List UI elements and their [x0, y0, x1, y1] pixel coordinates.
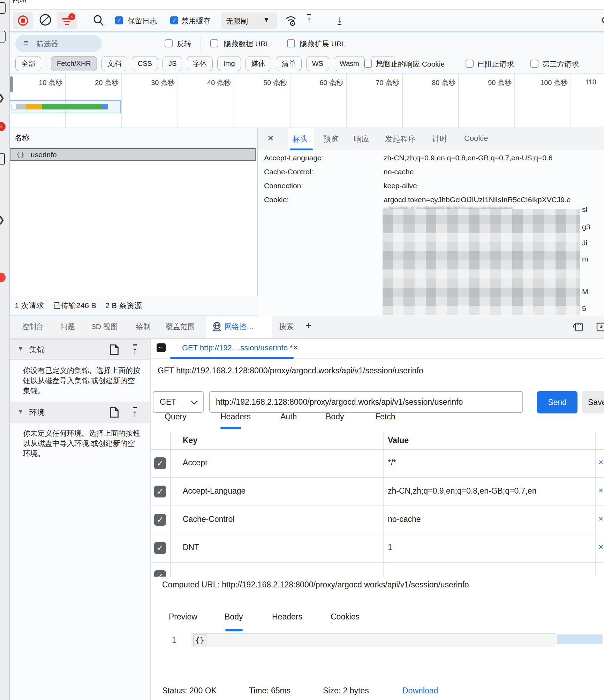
close-details-icon[interactable]: ×: [267, 132, 274, 144]
rail-chevron-icon[interactable]: ❯: [0, 215, 5, 225]
kv-value[interactable]: */*: [388, 458, 583, 467]
preserve-log-checkbox[interactable]: [115, 16, 123, 24]
kv-row-checkbox[interactable]: [154, 514, 166, 526]
invert-checkbox[interactable]: [165, 39, 173, 47]
settings-gear-icon[interactable]: ⚙: [601, 14, 604, 26]
chip-css[interactable]: CSS: [132, 56, 158, 71]
dock-side-icon[interactable]: [595, 320, 604, 334]
filter-input[interactable]: ≡ 筛选器: [15, 35, 102, 52]
invert-label[interactable]: 反转: [177, 39, 191, 49]
tab-timing[interactable]: 计时: [432, 134, 447, 144]
tab-headers[interactable]: 标头: [288, 128, 314, 150]
kv-row-checkbox[interactable]: [154, 486, 166, 497]
chip-wasm[interactable]: Wasm: [334, 56, 365, 71]
collapse-caret-icon[interactable]: ▼: [17, 408, 24, 415]
filter-button[interactable]: ×: [57, 12, 77, 29]
req-tab-body[interactable]: Body: [326, 412, 344, 421]
kv-key[interactable]: Cache-Control: [183, 515, 234, 524]
collections-section-header[interactable]: ▼ 集锦 ↑: [10, 339, 150, 360]
rail-icon-square[interactable]: [0, 31, 6, 43]
kv-key[interactable]: Accept-Language: [183, 486, 246, 496]
chip-all[interactable]: 全部: [15, 56, 41, 71]
third-party-checkbox[interactable]: [530, 60, 538, 68]
req-tab-headers[interactable]: Headers: [220, 412, 251, 421]
kv-key[interactable]: DNT: [183, 543, 199, 552]
clear-button[interactable]: [39, 13, 53, 27]
send-button[interactable]: Send: [537, 391, 577, 413]
resp-tab-cookies[interactable]: Cookies: [331, 612, 360, 622]
chip-ws[interactable]: WS: [306, 56, 329, 71]
editor-scrollbar-thumb[interactable]: [557, 634, 603, 644]
drawer-add-tab-button[interactable]: +: [305, 320, 312, 332]
blocked-requests-label[interactable]: 已阻止请求: [477, 59, 514, 69]
throttling-select[interactable]: 无限制 ▼: [221, 13, 277, 29]
request-tab-title[interactable]: GET http://192....ssion/userinfo *: [182, 343, 293, 352]
import-har-icon[interactable]: ↑: [307, 15, 311, 24]
rail-icon-square[interactable]: [0, 2, 6, 14]
chip-js[interactable]: JS: [163, 56, 182, 71]
name-column-header[interactable]: 名称: [10, 128, 257, 147]
delete-row-icon[interactable]: ×: [598, 486, 603, 495]
sidebar-toggle-button[interactable]: ←: [157, 343, 166, 352]
network-conditions-icon[interactable]: [284, 14, 297, 29]
disable-cache-checkbox[interactable]: [170, 16, 178, 24]
drawer-tab-search[interactable]: 搜索: [279, 322, 294, 332]
waterfall-selection[interactable]: [10, 100, 121, 113]
panel-tab-fragment[interactable]: 网络: [13, 0, 27, 4]
drawer-tab-netclient-active[interactable]: 网络控…: [206, 315, 272, 338]
rail-record-badge-icon[interactable]: [0, 273, 6, 282]
record-button[interactable]: [13, 12, 33, 29]
delete-row-icon[interactable]: ×: [598, 457, 603, 467]
chip-manifest[interactable]: 清单: [276, 56, 302, 71]
req-tab-auth[interactable]: Auth: [280, 412, 297, 421]
rail-chevron-icon[interactable]: ❯: [0, 93, 5, 102]
editor-bracket-token[interactable]: {}: [193, 634, 206, 646]
drawer-tab-3dview[interactable]: 3D 视图: [92, 322, 118, 332]
chip-fetch-xhr[interactable]: Fetch/XHR: [51, 56, 97, 71]
hide-data-url-label[interactable]: 隐藏数据 URL: [224, 39, 270, 49]
drawer-tab-console[interactable]: 控制台: [22, 322, 44, 332]
request-row-userinfo[interactable]: {} userinfo: [10, 148, 256, 161]
blocked-cookies-checkbox[interactable]: [364, 60, 372, 68]
chip-media[interactable]: 媒体: [246, 56, 271, 71]
timeline-scroll-thumb[interactable]: [10, 76, 13, 92]
kv-key[interactable]: Accept: [183, 458, 207, 467]
req-tab-query[interactable]: Query: [165, 412, 187, 421]
device-rotate-icon[interactable]: [572, 320, 584, 334]
search-icon[interactable]: [92, 14, 105, 29]
blocked-cookies-label[interactable]: 已阻止的响应 Cookie: [376, 59, 445, 69]
import-collection-icon[interactable]: ↑: [133, 346, 137, 355]
kv-value[interactable]: 1: [388, 543, 583, 552]
preserve-log-label[interactable]: 保留日志: [128, 16, 157, 26]
kv-row-checkbox[interactable]: [154, 570, 166, 577]
req-tab-fetch[interactable]: Fetch: [375, 412, 395, 421]
delete-row-icon[interactable]: ×: [598, 542, 603, 552]
tab-preview[interactable]: 预览: [323, 134, 339, 144]
save-button[interactable]: Save: [582, 391, 604, 413]
method-select[interactable]: GET: [153, 391, 204, 413]
rail-error-badge-icon[interactable]: ×: [0, 122, 6, 131]
drawer-tab-issues[interactable]: 问题: [60, 322, 75, 332]
chip-img[interactable]: Img: [217, 56, 241, 71]
export-har-icon[interactable]: ↓: [337, 15, 342, 24]
chip-font[interactable]: 字体: [187, 56, 213, 71]
editor-active-line[interactable]: [191, 633, 556, 647]
hide-data-url-checkbox[interactable]: [210, 39, 218, 47]
kv-value[interactable]: zh-CN,zh;q=0.9,en;q=0.8,en-GB;q=0.7,en: [388, 486, 583, 496]
resp-tab-headers[interactable]: Headers: [272, 612, 302, 622]
blocked-requests-checkbox[interactable]: [466, 60, 474, 68]
resp-tab-body[interactable]: Body: [225, 612, 243, 622]
new-file-icon[interactable]: [110, 407, 119, 419]
new-file-icon[interactable]: [110, 344, 119, 356]
kv-value[interactable]: no-cache: [388, 515, 583, 524]
environments-section-header[interactable]: ▼ 环境 ↑: [10, 402, 150, 423]
chip-doc[interactable]: 文档: [101, 56, 127, 71]
hide-ext-url-label[interactable]: 隐藏扩展 URL: [300, 39, 346, 49]
close-request-tab-icon[interactable]: ×: [293, 342, 298, 353]
kv-row-checkbox[interactable]: [154, 542, 166, 554]
disable-cache-label[interactable]: 禁用缓存: [181, 16, 211, 26]
third-party-label[interactable]: 第三方请求: [542, 59, 579, 69]
tab-response[interactable]: 响应: [354, 134, 369, 144]
collapse-caret-icon[interactable]: ▼: [17, 345, 24, 352]
drawer-tab-coverage[interactable]: 覆盖范围: [166, 322, 195, 332]
